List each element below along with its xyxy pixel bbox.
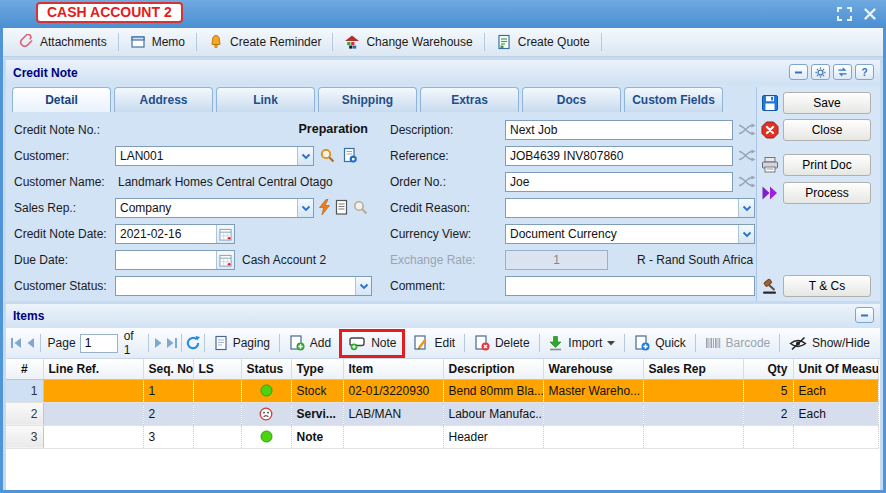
cell-ls[interactable]: [193, 402, 241, 425]
customer-combobox[interactable]: [115, 146, 314, 166]
cell-uom[interactable]: Each: [793, 402, 878, 425]
tab-detail[interactable]: Detail: [12, 87, 111, 112]
cell-warehouse[interactable]: [543, 402, 643, 425]
cell-description[interactable]: Bend 80mm Bla...: [443, 379, 543, 402]
row-number[interactable]: 3: [6, 425, 43, 448]
calendar-icon[interactable]: [216, 251, 234, 269]
collapse-panel-button[interactable]: [789, 64, 808, 80]
col-header-num[interactable]: #: [6, 359, 43, 379]
cell-seq[interactable]: 1: [143, 379, 193, 402]
next-page-icon[interactable]: [151, 333, 164, 353]
edit-button[interactable]: Edit: [407, 331, 461, 355]
currency-view-combobox[interactable]: [505, 224, 755, 244]
tab-extras[interactable]: Extras: [420, 87, 519, 112]
quick-button[interactable]: Quick: [628, 331, 692, 355]
cell-item[interactable]: [343, 425, 443, 448]
show-hide-button[interactable]: Show/Hide: [783, 331, 876, 355]
due-date-input[interactable]: [116, 251, 216, 269]
cell-description[interactable]: Header: [443, 425, 543, 448]
tab-address[interactable]: Address: [114, 87, 213, 112]
cell-qty[interactable]: 5: [743, 379, 793, 402]
cell-item[interactable]: 02-01/3220930: [343, 379, 443, 402]
last-page-icon[interactable]: [165, 333, 178, 353]
cell-warehouse[interactable]: [543, 425, 643, 448]
chevron-down-icon[interactable]: [738, 225, 754, 243]
col-header-warehouse[interactable]: Warehouse: [543, 359, 643, 379]
cell-status[interactable]: [241, 379, 291, 402]
table-row[interactable]: 2 2 Servi... LAB/MAN Labour Manufac... 2: [6, 402, 878, 425]
add-button[interactable]: Add: [283, 331, 337, 355]
cell-line-ref[interactable]: [43, 425, 143, 448]
create-reminder-button[interactable]: Create Reminder: [199, 30, 330, 54]
cell-qty[interactable]: [743, 425, 793, 448]
cell-sales-rep[interactable]: [643, 425, 743, 448]
help-button[interactable]: ?: [855, 64, 874, 80]
chevron-down-icon[interactable]: [297, 147, 313, 165]
col-header-type[interactable]: Type: [291, 359, 343, 379]
first-page-icon[interactable]: [10, 333, 23, 353]
order-no-input[interactable]: [505, 172, 733, 192]
customer-search-icon[interactable]: [318, 146, 337, 165]
credit-note-date-input[interactable]: [116, 225, 216, 243]
comment-input[interactable]: [505, 276, 755, 296]
col-header-sales-rep[interactable]: Sales Rep: [643, 359, 743, 379]
collapse-items-button[interactable]: [855, 307, 874, 323]
cell-warehouse[interactable]: Master Wareho...: [543, 379, 643, 402]
cell-type[interactable]: Servi...: [291, 402, 343, 425]
tab-shipping[interactable]: Shipping: [318, 87, 417, 112]
credit-reason-combobox[interactable]: [505, 198, 755, 218]
col-header-status[interactable]: Status: [241, 359, 291, 379]
cell-uom[interactable]: Each: [793, 379, 878, 402]
attachments-button[interactable]: Attachments: [9, 30, 116, 54]
cell-uom[interactable]: [793, 425, 878, 448]
cell-line-ref[interactable]: [43, 379, 143, 402]
customer-status-combobox[interactable]: [115, 276, 372, 296]
cell-item[interactable]: LAB/MAN: [343, 402, 443, 425]
customer-details-icon[interactable]: [340, 146, 359, 165]
memo-button[interactable]: Memo: [121, 30, 194, 54]
col-header-item[interactable]: Item: [343, 359, 443, 379]
customer-input[interactable]: [116, 147, 297, 165]
tcs-button[interactable]: T & Cs: [783, 275, 871, 297]
settings-gear-icon[interactable]: [811, 64, 830, 80]
due-date-picker[interactable]: [115, 250, 235, 270]
lightning-icon[interactable]: [314, 198, 333, 217]
process-button[interactable]: Process: [783, 182, 871, 204]
paging-button[interactable]: Paging: [208, 331, 276, 355]
prev-page-icon[interactable]: [23, 333, 36, 353]
print-doc-button[interactable]: Print Doc: [783, 154, 871, 176]
close-icon[interactable]: [864, 8, 876, 20]
description-input[interactable]: [505, 120, 733, 140]
cell-qty[interactable]: 2: [743, 402, 793, 425]
import-button[interactable]: Import: [542, 331, 621, 355]
currency-view-input[interactable]: [506, 225, 738, 243]
tab-link[interactable]: Link: [216, 87, 315, 112]
cell-seq[interactable]: 2: [143, 402, 193, 425]
maximize-icon[interactable]: [837, 7, 852, 21]
create-quote-button[interactable]: Create Quote: [487, 30, 599, 54]
sales-rep-input[interactable]: [116, 199, 297, 217]
col-header-line-ref[interactable]: Line Ref.: [43, 359, 143, 379]
note-button[interactable]: Note: [344, 331, 400, 355]
tab-custom-fields[interactable]: Custom Fields: [624, 87, 723, 112]
cell-ls[interactable]: [193, 379, 241, 402]
table-row-selected[interactable]: 1 1 Stock 02-01/3220930 Bend 80mm Bla...…: [6, 379, 878, 402]
col-header-seq-no[interactable]: Seq. No.: [143, 359, 193, 379]
cell-type[interactable]: Note: [291, 425, 343, 448]
cell-seq[interactable]: 3: [143, 425, 193, 448]
cell-sales-rep[interactable]: [643, 379, 743, 402]
chevron-down-icon[interactable]: [297, 199, 313, 217]
chevron-down-icon[interactable]: [738, 199, 754, 217]
cell-status[interactable]: [241, 425, 291, 448]
cell-ls[interactable]: [193, 425, 241, 448]
sales-rep-combobox[interactable]: [115, 198, 314, 218]
col-header-uom[interactable]: Unit Of Measure: [793, 359, 878, 379]
refresh-panel-icon[interactable]: [833, 64, 852, 80]
page-number-input[interactable]: [80, 334, 118, 353]
change-warehouse-button[interactable]: Change Warehouse: [335, 30, 481, 54]
delete-button[interactable]: Delete: [468, 331, 536, 355]
table-row[interactable]: 3 3 Note Header: [6, 425, 878, 448]
col-header-qty[interactable]: Qty: [743, 359, 793, 379]
cell-line-ref[interactable]: [43, 402, 143, 425]
chevron-down-icon[interactable]: [355, 277, 371, 295]
